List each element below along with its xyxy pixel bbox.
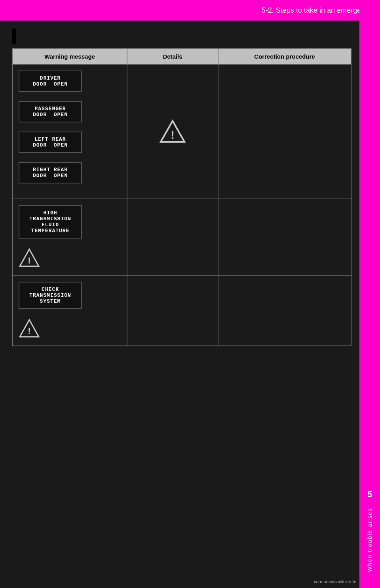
warn-box-passenger-door: PASSENGERDOOR OPEN [19, 101, 82, 122]
svg-text:!: ! [28, 326, 30, 336]
correction-col-check-trans [218, 276, 351, 346]
main-content: Warning message Details Correction proce… [0, 21, 359, 588]
warn-group-passenger: PASSENGERDOOR OPEN [19, 101, 121, 126]
col-header-details: Details [127, 49, 218, 64]
right-sidebar: 5 When trouble arises [359, 0, 380, 588]
details-col-trans-temp [127, 199, 218, 275]
warning-triangle-check-trans: ! [19, 318, 40, 338]
svg-text:!: ! [28, 256, 30, 265]
warn-group-trans-temp: HIGHTRANSMISSIONFLUIDTEMPERATURE [19, 205, 121, 242]
warn-box-right-rear-door: RIGHT REARDOOR OPEN [19, 162, 82, 183]
table-row-doors: DRIVERDOOR OPEN PASSENGERDOOR OPEN LEFT … [13, 65, 351, 199]
carmanuals-logo: carmanualsonline.info [314, 579, 356, 584]
warn-col-doors: DRIVERDOOR OPEN PASSENGERDOOR OPEN LEFT … [13, 65, 127, 199]
warning-triangle-trans-temp: ! [19, 248, 40, 267]
warn-box-driver-door: DRIVERDOOR OPEN [19, 71, 82, 92]
svg-text:!: ! [171, 129, 174, 141]
details-col-doors: ! [127, 65, 218, 199]
table-row-transmission-temp: HIGHTRANSMISSIONFLUIDTEMPERATURE ! [13, 199, 351, 276]
warn-group-right-rear: RIGHT REARDOOR OPEN [19, 162, 121, 187]
warn-group-driver: DRIVERDOOR OPEN [19, 71, 121, 95]
page-title: 5-2. Steps to take in an emergency [262, 6, 372, 15]
warning-table: Warning message Details Correction proce… [12, 48, 352, 346]
correction-col-doors [218, 65, 351, 199]
table-row-check-trans: CHECKTRANSMISSIONSYSTEM ! [13, 276, 351, 346]
warn-box-check-trans: CHECKTRANSMISSIONSYSTEM [19, 282, 82, 309]
col-header-warning: Warning message [13, 49, 127, 64]
header-bar: 5-2. Steps to take in an emergency [0, 0, 380, 21]
correction-col-trans-temp [218, 199, 351, 275]
sidebar-label: When trouble arises [367, 508, 373, 572]
bottom-logo-area: carmanualsonline.info [314, 579, 356, 584]
warn-box-trans-temp: HIGHTRANSMISSIONFLUIDTEMPERATURE [19, 205, 82, 239]
details-col-check-trans [127, 276, 218, 346]
table-header: Warning message Details Correction proce… [13, 49, 351, 65]
section-marker [12, 29, 16, 44]
chapter-number: 5 [367, 489, 372, 500]
warn-group-check-trans: CHECKTRANSMISSIONSYSTEM [19, 282, 121, 312]
warn-group-left-rear: LEFT REARDOOR OPEN [19, 132, 121, 156]
warn-box-left-rear-door: LEFT REARDOOR OPEN [19, 132, 82, 153]
warn-col-trans-temp: HIGHTRANSMISSIONFLUIDTEMPERATURE ! [13, 199, 127, 275]
col-header-correction: Correction procedure [218, 49, 351, 64]
warn-col-check-trans: CHECKTRANSMISSIONSYSTEM ! [13, 276, 127, 346]
warning-triangle-doors: ! [159, 119, 186, 145]
